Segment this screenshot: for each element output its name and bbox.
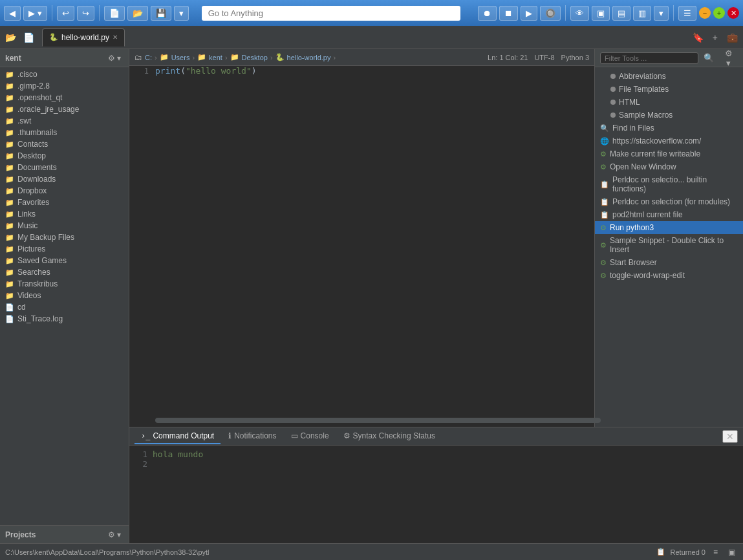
stop-button[interactable]: ⏹ bbox=[499, 6, 518, 21]
add-tab-button[interactable]: + bbox=[710, 31, 720, 44]
tools-search-button[interactable]: 🔍 bbox=[701, 52, 716, 64]
eye-button[interactable]: 👁 bbox=[570, 6, 589, 21]
sidebar-item[interactable]: 📁Dropbox bbox=[0, 185, 129, 197]
doc-icon: 📋 bbox=[600, 198, 609, 206]
sidebar-item[interactable]: 📄cd bbox=[0, 301, 129, 313]
command-output-label: Command Output bbox=[153, 431, 214, 440]
sidebar-item-label: .cisco bbox=[17, 70, 38, 79]
sidebar-item[interactable]: 📁Music bbox=[0, 220, 129, 232]
tool-item[interactable]: ⚙Sample Snippet - Double Click to Insert bbox=[595, 234, 743, 256]
tab-close-icon[interactable]: ✕ bbox=[113, 34, 118, 41]
save-file-button[interactable]: 💾 bbox=[151, 6, 171, 21]
tool-item[interactable]: 📋pod2html current file bbox=[595, 208, 743, 221]
tools-search-input[interactable] bbox=[600, 52, 698, 64]
tool-subitem[interactable]: File Templates bbox=[600, 83, 738, 96]
sidebar-item[interactable]: 📁Saved Games bbox=[0, 255, 129, 266]
output-line-2: 2 bbox=[135, 459, 738, 469]
layout2-button[interactable]: ▤ bbox=[612, 6, 630, 21]
back-button[interactable]: ◀ bbox=[4, 6, 21, 21]
breadcrumb-users[interactable]: Users bbox=[171, 54, 190, 61]
sidebar-bottom: Projects ⚙ ▾ bbox=[0, 525, 129, 543]
tool-item-label: Perldoc on selectio... builtin functions… bbox=[612, 175, 738, 193]
undo-button[interactable]: ↩ bbox=[57, 6, 74, 21]
status-layout-icon[interactable]: ▣ bbox=[726, 546, 738, 558]
new-file-button[interactable]: 📄 bbox=[104, 6, 125, 21]
tab-command-output[interactable]: ›_ Command Output bbox=[135, 429, 221, 444]
folder-icon: 📁 bbox=[5, 140, 14, 149]
sidebar-item[interactable]: 📁Downloads bbox=[0, 173, 129, 185]
folder-icon: 📁 bbox=[5, 245, 14, 253]
folder-icon: 📁 bbox=[5, 105, 14, 114]
tool-subitem[interactable]: Abbreviations bbox=[600, 70, 738, 83]
minimize-button[interactable]: − bbox=[699, 7, 711, 19]
tool-item[interactable]: ⚙toggle-word-wrap-edit bbox=[595, 269, 743, 282]
tool-item[interactable]: ⚙Run python3 bbox=[595, 221, 743, 234]
horizontal-scrollbar[interactable] bbox=[155, 418, 601, 423]
notifications-icon: ℹ bbox=[228, 431, 232, 440]
new-file-tab-icon[interactable]: 📄 bbox=[21, 31, 37, 44]
projects-label: Projects bbox=[5, 530, 36, 539]
sidebar-item[interactable]: 📁Favorites bbox=[0, 197, 129, 208]
sidebar-item[interactable]: 📁Transkribus bbox=[0, 278, 129, 290]
layout3-button[interactable]: ▥ bbox=[633, 6, 651, 21]
tool-item[interactable]: 📋Perldoc on selection (for modules) bbox=[595, 195, 743, 208]
tool-item[interactable]: 🔍Find in Files bbox=[595, 122, 743, 135]
sidebar-item[interactable]: 📁Documents bbox=[0, 162, 129, 173]
open-folder-icon[interactable]: 📂 bbox=[3, 31, 19, 44]
tool-item[interactable]: 🌐https://stackoverflow.com/ bbox=[595, 135, 743, 147]
breadcrumb-kent[interactable]: kent bbox=[209, 54, 222, 61]
redo-button[interactable]: ↪ bbox=[77, 6, 94, 21]
sidebar-item[interactable]: 📁.openshot_qt bbox=[0, 92, 129, 103]
sidebar-item[interactable]: 📁Videos bbox=[0, 290, 129, 301]
sidebar-item[interactable]: 📁.oracle_jre_usage bbox=[0, 103, 129, 115]
maximize-button[interactable]: + bbox=[713, 7, 725, 19]
record-button[interactable]: ⏺ bbox=[478, 6, 497, 21]
status-menu-icon[interactable]: ≡ bbox=[711, 546, 720, 558]
layout-dropdown[interactable]: ▾ bbox=[654, 6, 669, 21]
dropdown-button[interactable]: ▾ bbox=[174, 6, 189, 21]
tool-item[interactable]: ⚙Start Browser bbox=[595, 256, 743, 269]
tab-hello-world[interactable]: 🐍 hello-world.py ✕ bbox=[42, 28, 125, 47]
goto-anything-input[interactable]: Go to Anything bbox=[202, 6, 460, 21]
tab-syntax-checking[interactable]: ⚙ Syntax Checking Status bbox=[337, 429, 442, 444]
close-button[interactable]: ✕ bbox=[727, 7, 739, 19]
sidebar-item[interactable]: 📄Sti_Trace.log bbox=[0, 313, 129, 325]
output-text-1: hola mundo bbox=[153, 449, 203, 459]
sidebar-item[interactable]: 📁.cisco bbox=[0, 69, 129, 80]
breadcrumb-c[interactable]: C: bbox=[145, 54, 152, 61]
tool-item[interactable]: ⚙Make current file writeable bbox=[595, 147, 743, 160]
bookmark-icon[interactable]: 🔖 bbox=[690, 31, 706, 44]
sidebar-item[interactable]: 📁Searches bbox=[0, 266, 129, 278]
sidebar-item[interactable]: 📁.gimp-2.8 bbox=[0, 80, 129, 92]
tool-item[interactable]: 📋Perldoc on selectio... builtin function… bbox=[595, 173, 743, 195]
tool-subitem[interactable]: Sample Macros bbox=[600, 109, 738, 122]
tools-settings-button[interactable]: ⚙ ▾ bbox=[719, 49, 738, 69]
sidebar-settings-icon[interactable]: ⚙ ▾ bbox=[105, 52, 124, 64]
sidebar-item[interactable]: 📁Pictures bbox=[0, 243, 129, 255]
sidebar-item[interactable]: 📁Contacts bbox=[0, 138, 129, 150]
bottom-close-button[interactable]: ✕ bbox=[722, 430, 738, 443]
sidebar-item[interactable]: 📁My Backup Files bbox=[0, 232, 129, 243]
play-button[interactable]: ▶ bbox=[521, 6, 537, 21]
projects-settings-icon[interactable]: ⚙ ▾ bbox=[105, 529, 124, 541]
forward-button[interactable]: ▶ ▾ bbox=[23, 6, 47, 21]
layout1-button[interactable]: ▣ bbox=[592, 6, 610, 21]
sidebar-item-label: Downloads bbox=[17, 175, 56, 184]
sidebar-item-label: Saved Games bbox=[17, 256, 67, 265]
sidebar-item[interactable]: 📁.swt bbox=[0, 115, 129, 127]
breadcrumb-file[interactable]: hello-world.py bbox=[287, 54, 331, 61]
sidebar-item[interactable]: 📁Links bbox=[0, 208, 129, 220]
sidebar-tree: 📁.cisco📁.gimp-2.8📁.openshot_qt📁.oracle_j… bbox=[0, 67, 129, 525]
tool-item[interactable]: ⚙Open New Window bbox=[595, 160, 743, 173]
briefcase-icon[interactable]: 💼 bbox=[724, 31, 740, 44]
tab-notifications[interactable]: ℹ Notifications bbox=[222, 429, 283, 444]
open-file-button[interactable]: 📂 bbox=[127, 6, 148, 21]
tab-console[interactable]: ▭ Console bbox=[285, 429, 336, 444]
sidebar-item[interactable]: 📁.thumbnails bbox=[0, 127, 129, 138]
hamburger-button[interactable]: ☰ bbox=[678, 6, 696, 21]
macro-button[interactable]: 🔘 bbox=[540, 6, 561, 21]
breadcrumb-desktop[interactable]: Desktop bbox=[242, 54, 268, 61]
tabbar-left: 📂 📄 bbox=[3, 31, 37, 44]
sidebar-item[interactable]: 📁Desktop bbox=[0, 150, 129, 162]
tool-subitem[interactable]: HTML bbox=[600, 96, 738, 109]
